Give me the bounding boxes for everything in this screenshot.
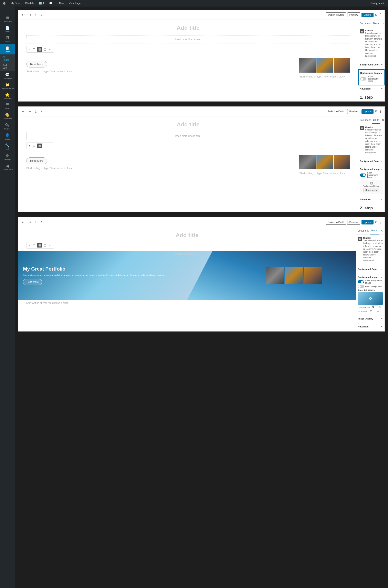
block-tb-btn-2-2[interactable]: ☰ — [32, 143, 37, 148]
h-pos-input-3[interactable] — [371, 306, 378, 309]
block-tb-btn-4-2[interactable]: ◫ — [42, 143, 47, 148]
undo-icon-3[interactable]: ↩ — [21, 219, 26, 225]
admin-bar-my-sites[interactable]: My Sites — [10, 2, 22, 5]
block-tb-btn-1-2[interactable]: ≡ — [27, 143, 31, 148]
sidebar-item-pages[interactable]: 📋 Pages — [0, 44, 15, 54]
settings-toggle-icon[interactable]: ⚙ — [375, 13, 378, 17]
block-tb-btn-5[interactable]: ⋯ — [48, 47, 53, 52]
update-button-3[interactable]: Update — [362, 220, 373, 224]
info-icon-3[interactable]: ℹ — [34, 219, 38, 225]
v-pos-input-3[interactable] — [369, 310, 376, 313]
sidebar-item-tools[interactable]: 🔧 Tools — [0, 142, 15, 152]
bg-image-header-2[interactable]: Background Image ▲ — [360, 168, 383, 170]
image-overlay-header-3[interactable]: Image Overlay ▼ — [358, 317, 383, 320]
admin-bar-comments[interactable]: 💬 — [48, 2, 53, 5]
admin-bar-new[interactable]: + New — [56, 2, 65, 5]
read-more-button-1[interactable]: Read More — [26, 61, 47, 68]
sidebar-sub-all-pages[interactable]: All Pages — [0, 54, 15, 63]
info-icon[interactable]: ℹ — [34, 12, 38, 18]
advanced-header-3[interactable]: Advanced ▼ — [358, 325, 383, 328]
block-tb-btn-5-3[interactable]: ⋯ — [48, 243, 53, 248]
panel-tab-block-2[interactable]: Block — [372, 117, 380, 124]
sidebar-item-posts[interactable]: 📄 Posts — [0, 24, 15, 34]
preview-button[interactable]: Preview — [347, 12, 361, 17]
update-button-2[interactable]: Update — [362, 109, 373, 114]
more-options-icon[interactable]: ⋮ — [379, 13, 382, 17]
sidebar-sub-add-new[interactable]: Add New — [0, 63, 15, 71]
sidebar-item-citadela-directory[interactable]: 📁 Citadela Directory — [0, 81, 15, 91]
settings-toggle-icon-2[interactable]: ⚙ — [375, 110, 378, 113]
block-tb-btn-3[interactable]: ▦ — [37, 47, 42, 52]
block-tb-btn-5-2[interactable]: ⋯ — [48, 143, 53, 148]
focal-point-box-3[interactable] — [358, 292, 383, 305]
more-options-icon-2[interactable]: ⋮ — [379, 110, 382, 113]
page-title-1[interactable]: Add title — [26, 25, 350, 31]
switch-to-draft-button-3[interactable]: Switch to Draft — [326, 220, 346, 225]
insert-placeholder-3[interactable]: Insert more blocks here. — [153, 253, 221, 255]
undo-icon[interactable]: ↩ — [21, 12, 26, 18]
redo-icon-2[interactable]: ↪ — [27, 109, 32, 114]
show-bg-image-toggle-2[interactable] — [360, 173, 366, 177]
sidebar-item-citadela-pro[interactable]: ⭐ Citadela Pro — [0, 91, 15, 101]
sidebar-item-media[interactable]: 🖼 Media — [0, 34, 15, 44]
info-icon-2[interactable]: ℹ — [34, 109, 38, 114]
insert-block-area-1[interactable]: Insert more blocks here. — [26, 35, 350, 44]
more-options-icon-3[interactable]: ⋮ — [379, 220, 382, 224]
admin-bar-view-page[interactable]: View Page — [68, 2, 82, 5]
switch-to-draft-button[interactable]: Switch to Draft — [326, 12, 346, 17]
page-title-3[interactable]: Add title — [26, 232, 348, 238]
list-view-icon[interactable]: ≡ — [39, 12, 44, 18]
fixed-bg-toggle-3[interactable] — [358, 285, 364, 288]
switch-to-draft-button-2[interactable]: Switch to Draft — [326, 109, 346, 114]
panel-close-btn-3[interactable]: ✕ — [379, 228, 385, 234]
sidebar-item-collapse[interactable]: ◀ Collapse menu — [0, 162, 15, 172]
bg-color-header-2[interactable]: Background Color ▼ — [360, 160, 383, 163]
panel-close-btn-2[interactable]: ✕ — [380, 117, 386, 123]
preview-button-3[interactable]: Preview — [347, 220, 361, 225]
show-bg-image-toggle-1[interactable] — [360, 77, 366, 81]
page-title-2[interactable]: Add title — [26, 121, 350, 128]
bg-image-header-1[interactable]: Background Image ▲ — [360, 72, 383, 74]
list-view-icon-3[interactable]: ≡ — [39, 220, 44, 225]
sidebar-item-appearance[interactable]: 🎨 Appearance — [0, 111, 15, 121]
select-image-button-2[interactable]: Select Image — [364, 188, 379, 192]
undo-icon-2[interactable]: ↩ — [21, 109, 26, 114]
block-tb-btn-2-3[interactable]: ☰ — [32, 243, 37, 248]
block-tb-btn-3-3[interactable]: ▦ — [37, 243, 42, 248]
panel-close-btn-1[interactable]: ✕ — [380, 20, 386, 27]
panel-tab-document-2[interactable]: Document — [358, 117, 372, 123]
sidebar-item-users[interactable]: 👤 Users — [0, 132, 15, 142]
sidebar-item-comments[interactable]: 💬 Comments — [0, 71, 15, 81]
show-bg-image-toggle-3[interactable] — [358, 280, 364, 283]
panel-tab-block-3[interactable]: Block — [370, 227, 379, 235]
sidebar-item-items[interactable]: ☰ Items — [0, 101, 15, 111]
sidebar-item-settings[interactable]: ⚙ Settings — [0, 152, 15, 162]
block-tb-btn-1[interactable]: ≡ — [27, 47, 31, 52]
panel-tab-block-1[interactable]: Block — [372, 20, 380, 27]
read-more-button-2[interactable]: Read More — [26, 157, 47, 164]
settings-toggle-icon-3[interactable]: ⚙ — [375, 220, 378, 224]
block-tb-btn-4-3[interactable]: ◫ — [42, 243, 47, 248]
list-view-icon-2[interactable]: ≡ — [39, 109, 44, 114]
sidebar-item-dashboard[interactable]: ⊞ Dashboard — [0, 14, 15, 24]
block-tb-btn-1-3[interactable]: ≡ — [27, 243, 31, 248]
admin-bar-site-name[interactable]: Citadela — [24, 2, 35, 5]
advanced-header-1[interactable]: Advanced ▼ — [360, 88, 383, 90]
panel-tab-document-3[interactable]: Document — [356, 227, 370, 234]
update-button[interactable]: Update — [362, 13, 373, 17]
bg-color-header-3[interactable]: Background Color ▼ — [358, 268, 383, 270]
redo-icon-3[interactable]: ↪ — [27, 219, 32, 225]
block-tb-btn-2[interactable]: ☰ — [32, 47, 37, 52]
advanced-header-2[interactable]: Advanced ▼ — [360, 198, 383, 201]
bg-image-header-3[interactable]: Background Image ▲ — [358, 276, 383, 278]
panel-tab-document-1[interactable]: Document — [358, 20, 372, 27]
preview-button-2[interactable]: Preview — [347, 109, 361, 114]
block-tb-btn-4[interactable]: ◫ — [42, 47, 47, 52]
redo-icon[interactable]: ↪ — [27, 12, 32, 18]
block-tb-btn-3-2[interactable]: ▦ — [37, 143, 42, 148]
admin-bar-wp-logo[interactable]: 🏠 — [2, 2, 7, 5]
insert-block-area-2[interactable]: Insert more blocks here. — [26, 132, 350, 140]
sidebar-item-plugins[interactable]: 🔌 Plugins — [0, 121, 15, 132]
bg-color-header-1[interactable]: Background Color ▼ — [360, 63, 383, 66]
portfolio-read-more-3[interactable]: Read More — [23, 279, 42, 285]
